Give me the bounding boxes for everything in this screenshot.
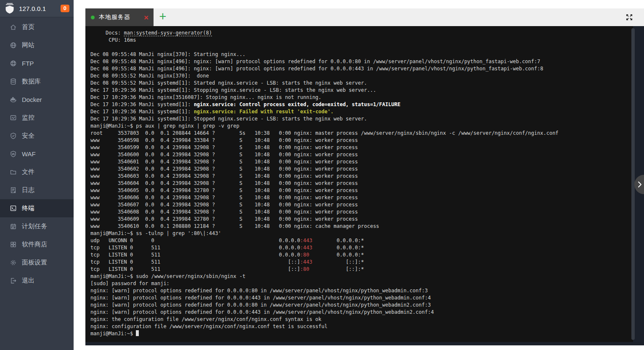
sidebar-item-label: 软件商店 bbox=[22, 240, 47, 248]
sidebar-item-label: WAF bbox=[22, 150, 36, 158]
terminal-line: www 3540600 0.0 0.4 239984 32908 ? S 10:… bbox=[90, 151, 633, 158]
terminal-line: Dec 17 10:29:36 ManJi nginx[3516087]: St… bbox=[90, 94, 633, 101]
terminal-line: Dec 17 10:29:36 ManJi systemd[1]: Stoppi… bbox=[90, 87, 633, 94]
docker-icon bbox=[10, 96, 17, 103]
terminal-line: www 3540599 0.0 0.4 239984 32908 ? S 10:… bbox=[90, 144, 633, 151]
terminal-container: Docs: man:systemd-sysv-generator(8) CPU:… bbox=[85, 26, 644, 345]
sidebar-item-monitor[interactable]: 监控 bbox=[0, 109, 74, 127]
sidebar-item-label: 安全 bbox=[22, 132, 34, 140]
terminal-line: nginx: [warn] protocol options redefined… bbox=[90, 302, 633, 309]
terminal-line: nginx: [warn] protocol options redefined… bbox=[90, 294, 633, 302]
terminal-line: nginx: [warn] protocol options redefined… bbox=[90, 309, 633, 316]
folder-icon bbox=[10, 168, 17, 176]
sidebar-item-terminal[interactable]: 终端 bbox=[0, 199, 74, 217]
sidebar-item-docker[interactable]: Docker bbox=[0, 91, 74, 109]
terminal-tabbar: 本地服务器 × + bbox=[85, 8, 644, 26]
sidebar-menu: 首页网站FTP数据库Docker监控安全WAF文件日志终端计划任务软件商店面板设… bbox=[0, 17, 74, 290]
globe-icon bbox=[10, 42, 17, 49]
terminal-line: Dec 17 10:29:36 ManJi systemd[1]: nginx.… bbox=[90, 101, 633, 108]
terminal-line: www 3540610 0.0 0.1 208880 12184 ? S 10:… bbox=[90, 223, 633, 230]
terminal-tab[interactable]: 本地服务器 × bbox=[85, 8, 154, 26]
terminal-panel: 本地服务器 × + Docs: man:systemd-sysv-generat… bbox=[85, 8, 644, 345]
sidebar-item-label: 文件 bbox=[22, 168, 34, 176]
terminal-line: manji@ManJi:~$ sudo /www/server/nginx/sb… bbox=[90, 273, 633, 280]
terminal-line: www 3540601 0.0 0.4 239984 32908 ? S 10:… bbox=[90, 158, 633, 166]
terminal-line: Dec 17 10:29:36 ManJi systemd[1]: Stoppe… bbox=[90, 115, 633, 123]
green-dot-icon bbox=[91, 16, 95, 19]
terminal-line: www 3540606 0.0 0.4 239984 32908 ? S 10:… bbox=[90, 194, 633, 201]
sidebar-item-label: 计划任务 bbox=[22, 222, 47, 230]
terminal-line: nginx: the configuration file /www/serve… bbox=[90, 316, 633, 323]
gear-icon bbox=[10, 259, 17, 266]
database-icon bbox=[10, 78, 17, 85]
sidebar-item-files[interactable]: 文件 bbox=[0, 163, 74, 181]
terminal-line: udp UNCONN 0 0 0.0.0.0:443 0.0.0.0:* bbox=[90, 237, 633, 244]
sidebar-item-label: FTP bbox=[22, 60, 34, 67]
notification-badge[interactable]: 0 bbox=[61, 5, 69, 12]
terminal-line: nginx: [warn] protocol options redefined… bbox=[90, 287, 633, 294]
terminal-line: Dec 08 09:55:48 ManJi nginx[496]: nginx:… bbox=[90, 58, 633, 65]
terminal-line: tcp LISTEN 0 511 0.0.0.0:80 0.0.0.0:* bbox=[90, 251, 633, 259]
sidebar-item-sites[interactable]: 网站 bbox=[0, 36, 74, 54]
sidebar-item-logout[interactable]: 退出 bbox=[0, 272, 74, 290]
sidebar-item-label: 面板设置 bbox=[22, 259, 47, 267]
sidebar-item-home[interactable]: 首页 bbox=[0, 18, 74, 36]
sidebar-item-waf[interactable]: WAF bbox=[0, 145, 74, 163]
terminal-line: CPU: 16ms bbox=[90, 37, 633, 44]
sidebar-item-label: 数据库 bbox=[22, 77, 41, 85]
sidebar-header: 127.0.0.1 0 bbox=[0, 0, 74, 17]
terminal-line: Dec 17 10:29:36 ManJi systemd[1]: nginx.… bbox=[90, 108, 633, 115]
terminal-line: www 3540609 0.0 0.4 239984 32780 ? S 10:… bbox=[90, 216, 633, 223]
tab-title: 本地服务器 bbox=[99, 13, 130, 21]
terminal-screen[interactable]: Docs: man:systemd-sysv-generator(8) CPU:… bbox=[85, 26, 633, 342]
terminal-icon bbox=[10, 205, 17, 212]
sidebar-item-label: 终端 bbox=[22, 204, 34, 212]
sidebar-item-appstore[interactable]: 软件商店 bbox=[0, 235, 74, 254]
server-address: 127.0.0.1 bbox=[19, 5, 46, 12]
fullscreen-icon[interactable] bbox=[625, 13, 633, 21]
calendar-icon bbox=[10, 223, 17, 230]
terminal-line: Docs: man:systemd-sysv-generator(8) bbox=[90, 29, 633, 37]
terminal-line: tcp LISTEN 0 511 [::]:80 [::]:* bbox=[90, 266, 633, 273]
terminal-line: tcp LISTEN 0 511 [::]:443 [::]:* bbox=[90, 259, 633, 266]
terminal-line: www 3540604 0.0 0.4 239984 32908 ? S 10:… bbox=[90, 180, 633, 187]
sidebar-item-label: 退出 bbox=[22, 277, 34, 285]
sidebar-item-label: 日志 bbox=[22, 186, 34, 194]
shield-logo-icon bbox=[4, 3, 15, 14]
terminal-line: Dec 08 09:55:52 ManJi nginx[370]: done bbox=[90, 72, 633, 80]
terminal-line: www 3540598 0.0 0.4 239984 33384 ? S 10:… bbox=[90, 137, 633, 144]
terminal-line: www 3540607 0.0 0.4 239984 32908 ? S 10:… bbox=[90, 201, 633, 208]
terminal-line: [sudo] password for manji: bbox=[90, 280, 633, 287]
sidebar-item-ftp[interactable]: FTP bbox=[0, 54, 74, 72]
app-grid-icon bbox=[10, 241, 17, 248]
log-file-icon bbox=[10, 187, 17, 194]
terminal-line: manji@ManJi:~$ ss -tulnp | grep ':80\|:4… bbox=[90, 230, 633, 237]
logout-icon bbox=[10, 277, 17, 284]
terminal-line: manji@ManJi:~$ ps aux | grep nginx | gre… bbox=[90, 123, 633, 130]
terminal-line bbox=[90, 44, 633, 51]
sidebar-item-database[interactable]: 数据库 bbox=[0, 72, 74, 91]
sidebar: 127.0.0.1 0 首页网站FTP数据库Docker监控安全WAF文件日志终… bbox=[0, 0, 74, 350]
close-icon[interactable]: × bbox=[144, 13, 148, 21]
terminal-line: tcp LISTEN 0 511 0.0.0.0:443 0.0.0.0:* bbox=[90, 244, 633, 251]
terminal-line: www 3540603 0.0 0.4 239984 32908 ? S 10:… bbox=[90, 173, 633, 180]
terminal-line: www 3540602 0.0 0.4 239984 32908 ? S 10:… bbox=[90, 166, 633, 173]
ftp-globe-icon bbox=[10, 60, 17, 67]
monitor-icon bbox=[10, 114, 17, 121]
shield-check-icon bbox=[10, 132, 17, 139]
terminal-line: Dec 08 09:55:48 ManJi nginx[370]: Starti… bbox=[90, 51, 633, 58]
chevron-right-icon bbox=[638, 181, 642, 188]
sidebar-item-label: 网站 bbox=[22, 41, 34, 49]
sidebar-item-label: 首页 bbox=[22, 23, 34, 31]
sidebar-item-cron[interactable]: 计划任务 bbox=[0, 217, 74, 235]
sidebar-item-logs[interactable]: 日志 bbox=[0, 181, 74, 199]
new-terminal-button[interactable]: + bbox=[154, 8, 172, 26]
sidebar-item-panel-settings[interactable]: 面板设置 bbox=[0, 254, 74, 272]
terminal-line: Dec 08 09:55:52 ManJi systemd[1]: Starte… bbox=[90, 80, 633, 87]
terminal-line: Dec 08 09:55:48 ManJi nginx[496]: nginx:… bbox=[90, 65, 633, 72]
terminal-line: manji@ManJi:~$ bbox=[90, 330, 633, 337]
terminal-line: www 3540608 0.0 0.4 239984 32908 ? S 10:… bbox=[90, 208, 633, 216]
main-content: 本地服务器 × + Docs: man:systemd-sysv-generat… bbox=[74, 0, 644, 350]
sidebar-item-security[interactable]: 安全 bbox=[0, 127, 74, 145]
waf-shield-icon bbox=[10, 150, 17, 158]
